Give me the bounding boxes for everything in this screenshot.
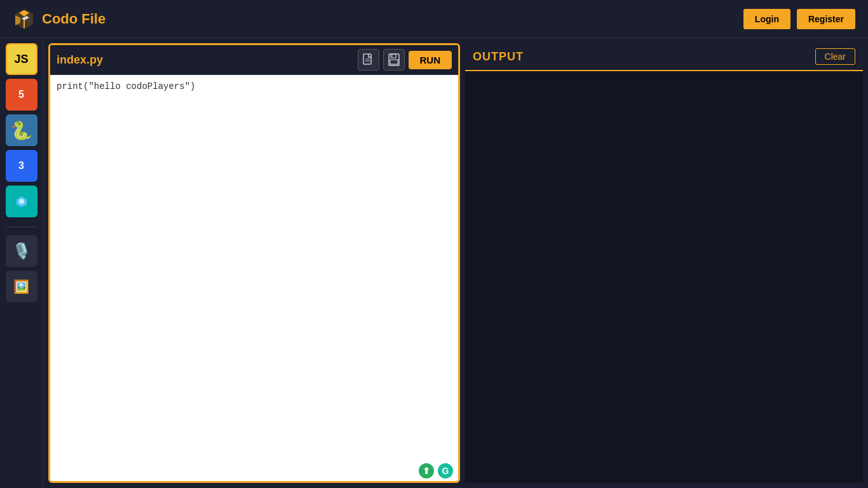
code-actions: RUN <box>358 49 452 71</box>
nav-buttons: Login Register <box>743 9 855 29</box>
run-button[interactable]: RUN <box>409 51 452 69</box>
editor-panel: index.py <box>43 38 868 488</box>
sidebar-item-js[interactable]: JS <box>6 43 37 75</box>
sidebar-item-css3[interactable]: 3 <box>6 150 37 182</box>
svg-point-7 <box>19 199 24 204</box>
save-button[interactable] <box>383 49 405 71</box>
code-editor[interactable]: print("hello codoPlayers") <box>50 75 458 461</box>
dart-icon <box>6 186 37 217</box>
code-section: index.py <box>48 43 460 483</box>
register-button[interactable]: Register <box>797 9 855 29</box>
html5-icon: 5 <box>6 79 37 111</box>
js-icon: JS <box>7 44 36 74</box>
output-title: OUTPUT <box>473 50 524 64</box>
brand-name: Codo File <box>42 11 105 27</box>
main-layout: JS 5 🐍 3 🎙️ 🖼️ <box>0 38 868 488</box>
sidebar-item-mic[interactable]: 🎙️ <box>6 235 37 267</box>
content-area: index.py <box>43 38 868 488</box>
code-footer: ⬆ G <box>50 461 458 481</box>
new-file-button[interactable] <box>358 49 379 71</box>
sidebar-item-python[interactable]: 🐍 <box>6 114 37 146</box>
save-icon <box>388 53 400 66</box>
sidebar-item-image[interactable]: 🖼️ <box>6 271 37 302</box>
python-icon: 🐍 <box>6 114 37 146</box>
top-nav: Codo File Login Register <box>0 0 868 38</box>
output-content <box>465 71 863 483</box>
output-section: OUTPUT Clear <box>465 43 863 483</box>
grammarly-g-icon[interactable]: G <box>438 463 453 478</box>
code-header: index.py <box>50 45 458 75</box>
clear-button[interactable]: Clear <box>815 48 855 65</box>
svg-rect-13 <box>390 60 398 64</box>
brand-logo-icon <box>13 8 36 30</box>
sidebar-divider <box>6 226 37 227</box>
mic-icon: 🎙️ <box>6 235 37 267</box>
sidebar-item-html5[interactable]: 5 <box>6 79 37 111</box>
brand: Codo File <box>13 8 105 30</box>
sidebar-item-dart[interactable] <box>6 186 37 217</box>
new-file-icon <box>363 53 374 66</box>
output-header: OUTPUT Clear <box>465 43 863 71</box>
svg-rect-12 <box>391 54 396 58</box>
image-icon: 🖼️ <box>6 271 37 302</box>
file-name: index.py <box>57 53 103 67</box>
login-button[interactable]: Login <box>743 9 790 29</box>
sidebar: JS 5 🐍 3 🎙️ 🖼️ <box>0 38 43 488</box>
css3-icon: 3 <box>6 150 37 182</box>
grammarly-icon[interactable]: ⬆ <box>419 463 434 478</box>
